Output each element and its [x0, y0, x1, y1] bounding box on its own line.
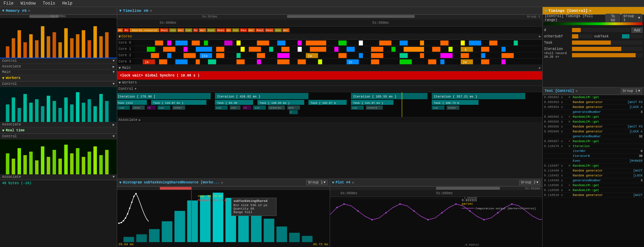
res-bar-re2: Re	[193, 28, 199, 32]
svg-rect-22	[17, 108, 21, 122]
log-detail-20: [WAIT	[633, 194, 643, 197]
svg-text:Iteration { 410.02 ms }: Iteration { 410.02 ms }	[217, 95, 260, 99]
svg-rect-131	[257, 59, 261, 64]
histogram-chart-area: Avg: 34.79 ms Median: 33.93 ms subTaskUs…	[117, 190, 330, 247]
plot-scroll-thumb[interactable]	[436, 187, 500, 190]
svg-rect-8	[47, 36, 50, 58]
realtime-toggle[interactable]: ▼	[2, 129, 5, 133]
log-func-5: RandomLCM::get	[573, 120, 643, 124]
histogram-close-btn[interactable]: ✕	[221, 180, 223, 185]
timeline-workers-toggle[interactable]: ▼	[119, 81, 121, 85]
res-bar-re: Re	[124, 28, 129, 32]
svg-rect-239	[469, 210, 471, 212]
menu-tools[interactable]: Tools	[39, 1, 59, 6]
svg-rect-142	[441, 59, 445, 64]
plot-title-icon: ▼	[332, 181, 335, 185]
shared-resource-bar: <lock wait> Global Synchro ( 10.06 s )	[117, 71, 542, 80]
histogram-scroll-thumb[interactable]	[160, 187, 192, 190]
svg-rect-50	[70, 153, 73, 174]
res-bar-real3: Real	[256, 28, 264, 32]
text-close-btn[interactable]: ✕	[575, 89, 578, 93]
plot-scrollbar[interactable]: 5s:552ms	[330, 187, 543, 190]
timing-bar-othersubt-fill	[572, 34, 578, 38]
main-expand[interactable]: ▶	[539, 66, 541, 70]
timings-close-btn[interactable]: ✕	[589, 8, 592, 13]
histogram-bars-container: Avg: 34.79 ms Median: 33.93 ms subTaskUs…	[117, 190, 330, 242]
log-entry-2: 0.085864 s Random generator [LOCK A	[543, 105, 644, 110]
log-func-9: RandomLCM::get	[573, 140, 643, 143]
svg-rect-75	[461, 41, 465, 45]
realtime-bottom-label: 48 bytes (-16)	[0, 180, 117, 186]
svg-rect-233	[385, 212, 387, 213]
main-toggle[interactable]: ▼	[119, 66, 121, 70]
workers-associate-expand[interactable]: ▶	[113, 123, 115, 127]
memory-close-btn[interactable]: ✕	[28, 8, 30, 13]
memory-control-dropdown[interactable]: ▼	[113, 59, 115, 63]
svg-text:<I: <I	[147, 106, 151, 109]
workers-toggle[interactable]: ▼	[2, 76, 5, 80]
plot-close-btn[interactable]: ✕	[352, 180, 354, 185]
svg-rect-93	[371, 47, 383, 52]
histogram-panel-header: ▼ Histogram subTaskUsingSharedResource […	[117, 179, 330, 187]
core-0-svg	[135, 40, 542, 46]
associate-expand[interactable]: ▶	[139, 118, 141, 122]
svg-rect-202	[136, 234, 147, 242]
histogram-title-text: Histogram subTaskUsingSharedResource [Wo…	[123, 181, 220, 184]
svg-rect-104	[167, 53, 171, 58]
tooltip-bin: Bin size 536.12 µs	[234, 204, 274, 207]
svg-rect-67	[298, 41, 302, 45]
text-group-dropdown[interactable]: Group 1 ▼	[621, 88, 642, 94]
timings-to-list-btn[interactable]: To list	[606, 14, 620, 23]
timing-add-btn[interactable]: Add	[631, 28, 643, 33]
workers-control-dropdown[interactable]: ▼	[113, 82, 115, 86]
center-panel: ▼ Timeline #0 ✕ 5s:552ms Group 1 5s:000m…	[117, 7, 543, 247]
svg-rect-112	[257, 53, 265, 58]
svg-rect-90	[310, 47, 326, 52]
workers-associate-label: Associate	[2, 123, 21, 126]
plot-group-chevron: ▼	[536, 181, 538, 184]
svg-text:Task { 106.73 m: Task { 106.73 m	[434, 101, 459, 104]
svg-text:[R: [R	[145, 61, 149, 64]
timings-group-dropdown[interactable]: Group 1 ▼	[622, 14, 642, 23]
menu-help[interactable]: Help	[59, 1, 76, 6]
timeline-scroll-thumb[interactable]	[287, 15, 415, 18]
svg-text:Task { 115.97 ms }: Task { 115.97 ms }	[353, 101, 383, 104]
memory-main-dropdown[interactable]: ▼	[113, 70, 115, 74]
core-1-svg: E	[135, 46, 542, 52]
menu-file[interactable]: File	[0, 1, 17, 6]
svg-rect-137	[371, 59, 379, 64]
svg-rect-94	[392, 47, 396, 52]
workers-ctrl-dropdown[interactable]: ▼	[135, 87, 136, 91]
histogram-title-icon: ▼	[119, 181, 122, 185]
timeline-close-btn[interactable]: ✕	[150, 8, 152, 13]
histogram-panel-title: ▼ Histogram subTaskUsingSharedResource […	[119, 180, 223, 185]
log-entry-20: 0.118510 s Random generator [WAIT	[543, 193, 644, 198]
res-bar-con3: Con	[232, 28, 239, 32]
memory-scrollbar[interactable]: 5s:000ms	[0, 15, 117, 18]
cores-toggle[interactable]: ▼	[119, 35, 121, 39]
cores-expand[interactable]: ▶	[539, 35, 541, 38]
svg-rect-206	[187, 201, 198, 242]
log-entry-13: Even [MARKER	[543, 159, 644, 164]
histogram-group-dropdown[interactable]: Group 1 ▼	[306, 180, 327, 185]
memory-associate-expand[interactable]: ▶	[113, 65, 115, 69]
plot-panel: ▼ Plot #4 ✕ Group 2 ▼ 5s:552ms	[330, 179, 543, 247]
worker-main-svg: Iteration { 278.90 [ Iteration { 410.02 …	[117, 92, 542, 117]
realtime-associate-expand[interactable]: ▼	[113, 175, 115, 179]
menu-window[interactable]: Window	[17, 1, 39, 6]
tooltip-title: subTaskUsingShared	[234, 199, 274, 203]
svg-rect-1	[6, 46, 9, 59]
timeline-group-label: Group 1	[527, 15, 540, 19]
histogram-scrollbar[interactable]	[117, 187, 330, 190]
plot-group-dropdown[interactable]: Group 2 ▼	[519, 180, 540, 185]
log-entry-6: 0.085866 s Random generator [WAIT FO	[543, 124, 644, 129]
svg-point-223	[133, 196, 135, 197]
realtime-control-dropdown[interactable]: ▼	[113, 135, 115, 138]
svg-text:sub: sub	[216, 106, 221, 109]
svg-rect-130	[237, 59, 245, 64]
plot-time-left: 0s:000ms	[341, 191, 357, 195]
svg-rect-234	[399, 203, 401, 205]
svg-rect-39	[6, 153, 9, 174]
svg-text:sub: sub	[159, 106, 164, 109]
timeline-scrollbar[interactable]: 5s:552ms Group 1	[117, 15, 542, 20]
